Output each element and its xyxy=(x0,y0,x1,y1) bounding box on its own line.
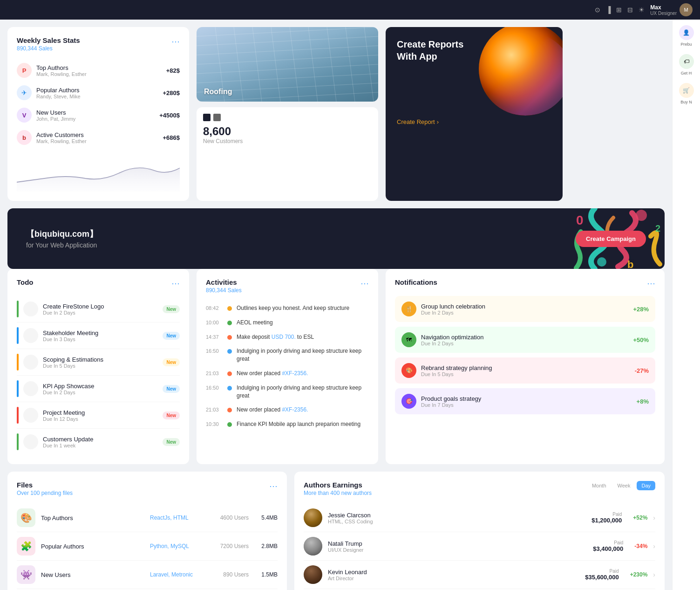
svg-text:2: 2 xyxy=(655,223,660,233)
create-report-link[interactable]: Create Report › xyxy=(397,118,551,125)
author-chevron-jessie[interactable]: › xyxy=(653,514,655,521)
notif-value-group-lunch: +28% xyxy=(633,306,649,313)
new-customers-number: 8,600 xyxy=(203,125,372,138)
active-customers-value: +686$ xyxy=(163,134,180,141)
author-change-kevin: +230% xyxy=(630,571,648,578)
stat-item-active-customers: b Active Customers Mark, Rowling, Esther… xyxy=(17,126,180,149)
popular-authors-name: Popular Authors xyxy=(36,87,81,94)
top-authors-sub: Mark, Rowling, Esther xyxy=(36,71,87,77)
svg-text:0: 0 xyxy=(576,213,584,227)
todo-bar-kpi xyxy=(17,380,19,397)
activity-item-2: 10:00 AEOL meeting xyxy=(206,316,369,330)
svg-line-1 xyxy=(197,36,378,46)
svg-line-13 xyxy=(308,27,318,102)
stat-item-new-users: V New Users John, Pat, Jimmy +4500$ xyxy=(17,104,180,126)
notif-item-group-lunch: 🍴 Group lunch celebration Due In 2 Days … xyxy=(395,296,655,322)
top-authors-value: +82$ xyxy=(166,67,180,74)
campaign-banner: 【biqubiqu.com】 for Your Web Application … xyxy=(7,208,665,269)
activity-dot-3 xyxy=(227,335,232,340)
create-campaign-button[interactable]: Create Campaign xyxy=(576,231,646,247)
new-users-value: +4500$ xyxy=(159,112,180,119)
activities-title: Activities xyxy=(206,278,242,286)
signal-icon[interactable]: ▐ xyxy=(606,6,611,14)
todo-item-kpi: KPI App Showcase Due In 2 Days New xyxy=(17,376,180,402)
right-panel-item-1[interactable]: 👤 Prebu xyxy=(679,25,694,47)
weekly-sales-menu[interactable]: ⋯ xyxy=(171,36,180,47)
todo-badge-firestone: New xyxy=(163,305,180,313)
author-chevron-natali[interactable]: › xyxy=(653,542,655,550)
svg-line-3 xyxy=(197,55,378,64)
right-panel-item-2[interactable]: 🏷 Get H xyxy=(679,54,694,75)
campaign-title: 【biqubiqu.com】 xyxy=(26,228,98,240)
activity-link-5[interactable]: #XF-2356. xyxy=(282,370,308,377)
activity-link-3[interactable]: USD 700. xyxy=(272,334,296,340)
create-reports-card: Create ReportsWith App Create Report › xyxy=(386,27,563,201)
files-menu[interactable]: ⋯ xyxy=(269,481,278,491)
authors-earnings-card: Authors Earnings More than 400 new autho… xyxy=(294,472,665,590)
search-icon[interactable]: ⊙ xyxy=(595,6,600,14)
weekly-sales-title: Weekly Sales Stats xyxy=(17,36,80,44)
layout-icon[interactable]: ⊟ xyxy=(627,6,633,14)
popular-authors-sub: Randy, Steve, Mike xyxy=(36,94,81,99)
user-name: Max xyxy=(650,4,677,11)
todo-title: Todo xyxy=(17,278,34,286)
period-month-button[interactable]: Month xyxy=(587,481,611,490)
file-item-new-users: 👾 New Users Laravel, Metronic 890 Users … xyxy=(17,561,278,589)
notif-icon-nav-opt: 🗺 xyxy=(401,332,416,347)
todo-bar-customers xyxy=(17,433,19,450)
notifications-title: Notifications xyxy=(395,278,437,286)
todo-item-firestone: Create FireStone Logo Due In 2 Days New xyxy=(17,296,180,322)
nc-icon-1 xyxy=(203,114,211,121)
weekly-sales-subtitle: 890,344 Sales xyxy=(17,45,80,52)
notif-icon-product-goals: 🎯 xyxy=(401,394,416,409)
files-card: Files Over 100 pending files ⋯ 🎨 Top Aut… xyxy=(7,472,287,590)
author-avatar-kevin xyxy=(304,565,322,584)
todo-item-scoping: Scoping & Estimations Due In 5 Days New xyxy=(17,349,180,376)
file-icon-new-users: 👾 xyxy=(17,565,35,584)
roofing-image-card: Roofing xyxy=(197,27,378,102)
activity-item-4: 16:50 Indulging in poorly driving and ke… xyxy=(206,344,369,366)
notif-value-nav-opt: +50% xyxy=(633,336,649,343)
activity-dot-2 xyxy=(227,321,232,325)
reports-title: Create ReportsWith App xyxy=(397,38,551,62)
file-icon-top-authors: 🎨 xyxy=(17,508,35,527)
user-info[interactable]: Max UX Designer M xyxy=(650,3,693,16)
right-panel-item-3[interactable]: 🛒 Buy N xyxy=(679,83,694,104)
author-chevron-kevin[interactable]: › xyxy=(653,571,655,578)
notif-item-product-goals: 🎯 Product goals strategy Due In 7 Days +… xyxy=(395,388,655,414)
svg-text:b: b xyxy=(627,259,633,269)
theme-icon[interactable]: ☀ xyxy=(639,6,645,14)
new-customers-label: New Customers xyxy=(203,138,372,144)
svg-line-15 xyxy=(346,27,355,102)
todo-bar-stakeholder xyxy=(17,327,19,344)
svg-line-5 xyxy=(197,74,378,83)
todo-bar-firestone xyxy=(17,301,19,317)
todo-menu[interactable]: ⋯ xyxy=(171,278,180,288)
file-item-top-authors: 🎨 Top Authors ReactJs, HTML 4600 Users 5… xyxy=(17,504,278,532)
period-day-button[interactable]: Day xyxy=(637,481,655,490)
campaign-subtitle: for Your Web Application xyxy=(26,241,98,249)
new-users-name: New Users xyxy=(36,109,75,116)
right-panel-icon-3: 🛒 xyxy=(679,83,694,98)
todo-badge-stakeholder: New xyxy=(163,332,180,340)
right-panel-icon-2: 🏷 xyxy=(679,54,694,69)
activity-item-7: 21:03 New order placed #XF-2356. xyxy=(206,403,369,417)
stat-item-popular-authors: ✈ Popular Authors Randy, Steve, Mike +28… xyxy=(17,82,180,104)
svg-line-16 xyxy=(364,27,374,102)
sales-chart xyxy=(17,154,180,192)
avatar[interactable]: M xyxy=(680,3,693,16)
apps-icon[interactable]: ⊞ xyxy=(616,6,622,14)
activities-menu[interactable]: ⋯ xyxy=(360,278,369,288)
activity-item-6: 16:50 Indulging in poorly driving and ke… xyxy=(206,381,369,403)
svg-line-12 xyxy=(290,27,299,102)
period-week-button[interactable]: Week xyxy=(613,481,635,490)
files-subtitle: Over 100 pending files xyxy=(17,490,73,496)
activity-link-7[interactable]: #XF-2356. xyxy=(282,406,308,413)
new-users-icon: V xyxy=(17,108,32,123)
notif-item-rebrand: 🎨 Rebrand strategy planning Due In 5 Day… xyxy=(395,357,655,384)
notifications-menu[interactable]: ⋯ xyxy=(647,278,655,288)
active-customers-name: Active Customers xyxy=(36,131,87,138)
roofing-label: Roofing xyxy=(204,88,232,96)
notif-value-rebrand: -27% xyxy=(635,367,649,374)
file-icon-popular-authors: 🧩 xyxy=(17,537,35,556)
